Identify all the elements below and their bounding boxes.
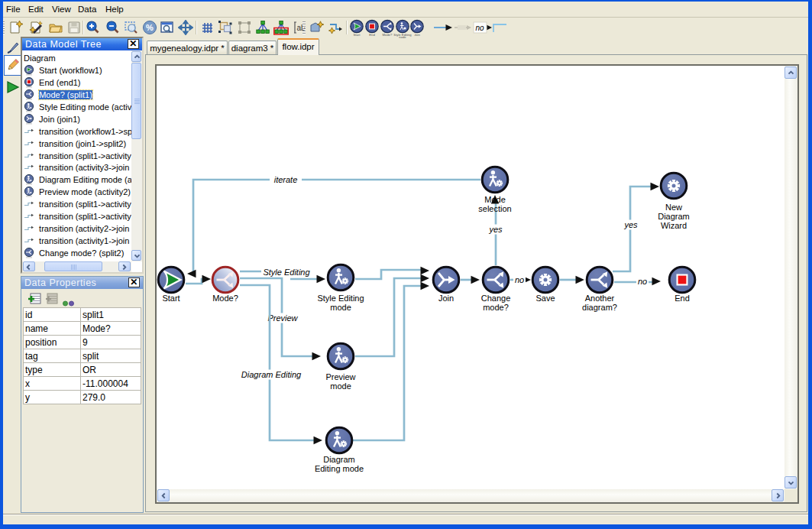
svg-text:End: End bbox=[369, 33, 375, 37]
svg-text:Save: Save bbox=[535, 294, 555, 303]
svg-text:Style Editing: Style Editing bbox=[263, 268, 310, 277]
svg-text:Preview: Preview bbox=[267, 313, 298, 323]
svg-text:Mode?: Mode? bbox=[212, 294, 238, 303]
svg-text:Another: Another bbox=[585, 294, 615, 303]
svg-text:mode?: mode? bbox=[483, 303, 509, 312]
svg-text:mode: mode bbox=[330, 303, 351, 312]
svg-text:Diagram: Diagram bbox=[658, 212, 690, 221]
svg-text:diagram?: diagram? bbox=[582, 303, 617, 312]
svg-text:mode: mode bbox=[330, 381, 351, 391]
svg-text:no: no bbox=[638, 277, 647, 286]
svg-text:Start: Start bbox=[162, 294, 180, 303]
svg-text:Change: Change bbox=[481, 294, 511, 303]
svg-text:Preview: Preview bbox=[325, 372, 355, 381]
svg-text:Join: Join bbox=[438, 294, 454, 303]
svg-text:iterate: iterate bbox=[274, 175, 298, 184]
svg-text:New: New bbox=[665, 203, 682, 212]
svg-text:Diagram: Diagram bbox=[323, 455, 355, 464]
svg-text:selection: selection bbox=[478, 204, 511, 213]
svg-text:yes: yes bbox=[488, 225, 503, 234]
svg-text:%: % bbox=[146, 23, 154, 32]
svg-text:Wizard: Wizard bbox=[661, 221, 687, 230]
svg-text:Editing mode: Editing mode bbox=[315, 464, 364, 473]
svg-text:Join: Join bbox=[414, 33, 420, 37]
svg-text:End: End bbox=[675, 294, 690, 303]
svg-text:Start: Start bbox=[354, 33, 361, 37]
svg-text:no: no bbox=[515, 275, 524, 284]
svg-text:Diagram Editing: Diagram Editing bbox=[241, 370, 302, 379]
svg-text:no: no bbox=[475, 24, 484, 32]
svg-text:yes: yes bbox=[623, 220, 638, 229]
svg-text:Mode: Mode bbox=[484, 195, 506, 204]
svg-text:Style Editing: Style Editing bbox=[317, 294, 364, 303]
